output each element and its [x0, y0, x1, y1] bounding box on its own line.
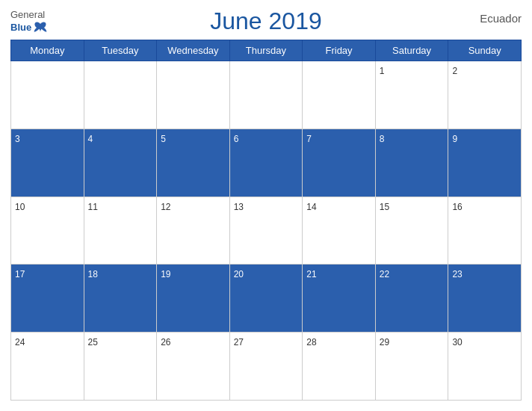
calendar-day-cell: 11 — [84, 197, 157, 265]
calendar-day-cell: 10 — [11, 197, 84, 265]
calendar-day-cell: 16 — [448, 197, 522, 265]
calendar-wrapper: General Blue June 2019 Ecuador MondayTue… — [0, 0, 532, 411]
calendar-day-cell: 29 — [375, 333, 448, 401]
day-number: 30 — [452, 337, 462, 347]
month-title: June 2019 — [210, 7, 321, 35]
calendar-day-cell — [11, 61, 84, 129]
calendar-day-cell: 1 — [375, 61, 448, 129]
day-number: 5 — [161, 134, 166, 144]
calendar-week-row: 24252627282930 — [11, 333, 522, 401]
logo-blue: Blue — [10, 22, 31, 33]
day-number: 21 — [306, 269, 316, 279]
day-number: 23 — [452, 269, 462, 279]
calendar-day-cell: 27 — [229, 333, 303, 401]
day-number: 14 — [306, 202, 316, 212]
calendar-week-row: 17181920212223 — [11, 265, 522, 333]
day-number: 28 — [306, 337, 316, 347]
calendar-day-cell: 20 — [229, 265, 303, 333]
day-number: 18 — [88, 269, 98, 279]
calendar-week-row: 10111213141516 — [11, 197, 522, 265]
calendar-day-cell: 18 — [84, 265, 157, 333]
weekday-header-wednesday: Wednesday — [157, 40, 230, 61]
weekday-header-saturday: Saturday — [375, 40, 448, 61]
weekday-header-tuesday: Tuesday — [84, 40, 157, 61]
day-number: 16 — [452, 202, 462, 212]
calendar-day-cell: 25 — [84, 333, 157, 401]
weekday-header-monday: Monday — [11, 40, 84, 61]
day-number: 10 — [15, 202, 25, 212]
calendar-table: MondayTuesdayWednesdayThursdayFridaySatu… — [10, 40, 522, 401]
calendar-day-cell — [84, 61, 157, 129]
calendar-day-cell: 19 — [157, 265, 230, 333]
logo-text: General Blue — [10, 7, 48, 34]
calendar-day-cell: 24 — [11, 333, 84, 401]
day-number: 22 — [380, 269, 389, 279]
calendar-day-cell: 8 — [375, 129, 448, 197]
calendar-day-cell — [303, 61, 376, 129]
calendar-week-row: 12 — [11, 61, 522, 129]
day-number: 2 — [452, 66, 457, 76]
logo-general: General — [10, 9, 45, 20]
day-number: 9 — [452, 134, 457, 144]
day-number: 17 — [15, 269, 25, 279]
logo-bird-icon — [33, 21, 48, 34]
calendar-day-cell: 15 — [375, 197, 448, 265]
calendar-day-cell: 13 — [229, 197, 303, 265]
day-number: 26 — [161, 337, 170, 347]
calendar-header: General Blue June 2019 Ecuador — [10, 7, 522, 35]
weekday-header-sunday: Sunday — [448, 40, 522, 61]
day-number: 11 — [88, 202, 98, 212]
day-number: 25 — [88, 337, 98, 347]
calendar-day-cell: 7 — [303, 129, 376, 197]
calendar-day-cell: 2 — [448, 61, 522, 129]
day-number: 13 — [234, 202, 244, 212]
calendar-day-cell — [157, 61, 230, 129]
calendar-week-row: 3456789 — [11, 129, 522, 197]
day-number: 1 — [380, 66, 385, 76]
day-number: 24 — [15, 337, 25, 347]
country-label: Ecuador — [480, 12, 522, 25]
day-number: 20 — [234, 269, 244, 279]
calendar-day-cell: 3 — [11, 129, 84, 197]
calendar-day-cell: 30 — [448, 333, 522, 401]
calendar-day-cell: 23 — [448, 265, 522, 333]
weekday-header-row: MondayTuesdayWednesdayThursdayFridaySatu… — [11, 40, 522, 61]
day-number: 3 — [15, 134, 20, 144]
day-number: 8 — [380, 134, 385, 144]
calendar-day-cell: 22 — [375, 265, 448, 333]
calendar-day-cell: 21 — [303, 265, 376, 333]
day-number: 15 — [380, 202, 389, 212]
calendar-day-cell: 9 — [448, 129, 522, 197]
calendar-day-cell: 17 — [11, 265, 84, 333]
logo-area: General Blue — [10, 7, 48, 34]
calendar-day-cell — [229, 61, 303, 129]
day-number: 29 — [380, 337, 389, 347]
day-number: 19 — [161, 269, 170, 279]
calendar-day-cell: 12 — [157, 197, 230, 265]
calendar-day-cell: 14 — [303, 197, 376, 265]
day-number: 7 — [306, 134, 312, 144]
weekday-header-thursday: Thursday — [229, 40, 303, 61]
calendar-day-cell: 28 — [303, 333, 376, 401]
day-number: 27 — [234, 337, 244, 347]
day-number: 4 — [88, 134, 93, 144]
day-number: 12 — [161, 202, 170, 212]
calendar-day-cell: 26 — [157, 333, 230, 401]
calendar-day-cell: 6 — [229, 129, 303, 197]
calendar-day-cell: 5 — [157, 129, 230, 197]
day-number: 6 — [234, 134, 239, 144]
calendar-day-cell: 4 — [84, 129, 157, 197]
weekday-header-friday: Friday — [303, 40, 376, 61]
